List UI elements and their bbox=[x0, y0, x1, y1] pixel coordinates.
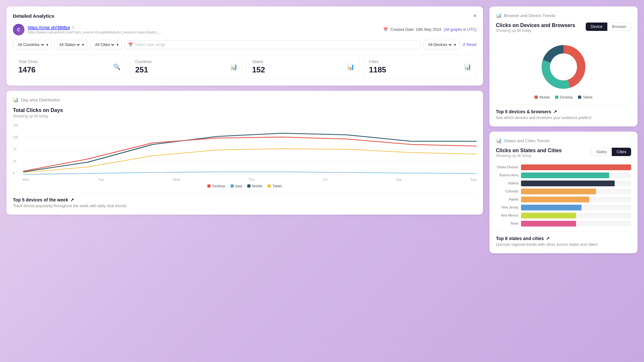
stat-total-clicks: Total Clicks 1476 🔍 bbox=[13, 55, 126, 79]
x-sat: Sat bbox=[396, 178, 402, 181]
states-cities-subtitle: Showing up till today bbox=[496, 153, 562, 158]
bar-label-2: Indiana bbox=[496, 181, 518, 185]
reset-button[interactable]: ↺ Reset bbox=[462, 42, 477, 47]
bar-row-5: New Jersey bbox=[496, 205, 631, 210]
tab-states[interactable]: States bbox=[591, 148, 612, 156]
bar-chart: Dhaka Division Buenos Aires Indiana bbox=[496, 164, 631, 227]
legend-label-ipad: Ipad bbox=[235, 184, 242, 188]
short-url-link[interactable]: https://cme.sh/38IBpI bbox=[28, 25, 70, 30]
states-filter[interactable]: All States ▾ bbox=[54, 40, 88, 50]
states-section-title: States and Cities Trends bbox=[504, 138, 550, 143]
bar-bg-6 bbox=[521, 213, 631, 218]
top-note-title-text: Top 5 devices & browsers bbox=[496, 109, 551, 114]
legend-dot-mobile bbox=[247, 184, 251, 188]
filters-row: All Countries ▾ All States ▾ All Cities … bbox=[13, 40, 477, 50]
bar-row-7: Texas bbox=[496, 221, 631, 227]
bar-bg-2 bbox=[521, 181, 631, 186]
legend-dot-tablet bbox=[268, 184, 271, 188]
close-button[interactable]: × bbox=[473, 13, 477, 19]
donut-chart-container: Mobile Desktop Tablet bbox=[496, 41, 631, 99]
x-wed: Wed bbox=[173, 178, 180, 181]
stat-value-3: 1185 bbox=[369, 65, 386, 74]
all-graphs-utc-link[interactable]: (All graphs in UTC) bbox=[444, 27, 477, 32]
legend-dot-desktop bbox=[207, 184, 211, 188]
stat-label-1: Countries bbox=[135, 60, 152, 64]
bar-fill-5 bbox=[521, 205, 582, 210]
bar-fill-4 bbox=[521, 197, 589, 202]
states-bottom-note: Top 8 states and cities ↗ Uncover region… bbox=[496, 231, 631, 247]
stat-countries: Countries 251 📊 bbox=[130, 55, 243, 79]
legend-label-tablet: Tablet bbox=[272, 184, 282, 188]
legend-tablet-item: Tablet bbox=[578, 95, 592, 99]
bar-row-2: Indiana bbox=[496, 181, 631, 186]
browser-device-title: Clicks on Devices and Browsers bbox=[496, 23, 575, 28]
label-mobile: Mobile bbox=[539, 95, 550, 99]
bottom-note: Top 5 devices of the week ↗ Track device… bbox=[13, 192, 477, 208]
chevron-down-icon: ▾ bbox=[454, 42, 456, 47]
bottom-note-title-text: Top 5 devices of the week bbox=[13, 197, 68, 202]
chevron-down-icon: ▾ bbox=[82, 42, 84, 47]
browser-icon: 📊 bbox=[496, 13, 501, 18]
reset-icon: ↺ bbox=[462, 42, 465, 47]
stat-label-0: Total Clicks bbox=[18, 60, 38, 64]
y-label-105: 105 bbox=[13, 135, 18, 139]
bar-bg-0 bbox=[521, 164, 631, 170]
bar-label-0: Dhaka Division bbox=[496, 165, 518, 169]
devices-select[interactable]: All Devices bbox=[427, 42, 453, 47]
states-note-title-text: Top 8 states and cities bbox=[496, 236, 544, 241]
bar-bg-3 bbox=[521, 189, 631, 194]
dot-desktop bbox=[555, 96, 558, 99]
tab-browser[interactable]: Browser bbox=[607, 23, 631, 31]
cities-filter[interactable]: All Cities ▾ bbox=[90, 40, 122, 50]
bar-label-1: Buenos Aires bbox=[496, 173, 518, 177]
bar-bg-1 bbox=[521, 172, 631, 178]
calendar-icon: 📅 bbox=[383, 27, 388, 32]
bar-bg-5 bbox=[521, 205, 631, 210]
chart-title: Total Clicks on Days bbox=[13, 107, 477, 113]
detailed-analytics-card: Detailed Analytics × C https://cme.sh/38… bbox=[6, 6, 483, 86]
devices-filter[interactable]: All Devices ▾ bbox=[423, 40, 459, 50]
top-note-text: See which devices and browsers your audi… bbox=[496, 116, 631, 120]
date-range-picker[interactable]: 📅 Select date range bbox=[125, 40, 421, 49]
line-chart-svg bbox=[23, 124, 477, 175]
y-axis-labels: 140 105 70 35 0 bbox=[13, 124, 18, 175]
bar-fill-3 bbox=[521, 189, 596, 194]
states-icon: 📊 bbox=[496, 138, 501, 143]
cities-select[interactable]: All Cities bbox=[94, 42, 115, 47]
countries-select[interactable]: All Countries bbox=[16, 42, 45, 47]
countries-filter[interactable]: All Countries ▾ bbox=[13, 40, 52, 50]
browser-device-subtitle: Showing up till today bbox=[496, 28, 575, 33]
bar-fill-2 bbox=[521, 181, 615, 186]
tab-cities[interactable]: Cities bbox=[612, 148, 631, 156]
trending-up-icon: ↗ bbox=[70, 197, 74, 202]
x-tue: Tue bbox=[98, 178, 104, 181]
bar-row-0: Dhaka Division bbox=[496, 164, 631, 170]
created-date: Created Date: 19th May 2024 bbox=[391, 27, 441, 32]
date-placeholder: Select date range bbox=[135, 42, 165, 47]
chart-legend: Desktop Ipad Mobile Tablet bbox=[13, 184, 477, 188]
y-label-140: 140 bbox=[13, 124, 18, 127]
bar-fill-7 bbox=[521, 221, 576, 227]
y-label-70: 70 bbox=[13, 148, 18, 151]
logo-letter: C bbox=[17, 27, 20, 32]
legend-tablet: Tablet bbox=[268, 184, 282, 188]
stat-value-1: 251 bbox=[135, 65, 152, 74]
bar-label-5: New Jersey bbox=[496, 206, 518, 209]
bar-bg-4 bbox=[521, 197, 631, 202]
bar-label-6: New Mexico bbox=[496, 214, 518, 218]
bar-fill-6 bbox=[521, 213, 576, 218]
stat-cities: Cities 1185 📊 bbox=[364, 55, 477, 79]
bar-chart-icon-2: 📊 bbox=[347, 63, 354, 70]
detailed-analytics-title: Detailed Analytics bbox=[13, 13, 54, 19]
tab-device[interactable]: Device bbox=[586, 23, 607, 31]
svg-point-8 bbox=[551, 55, 576, 79]
states-select[interactable]: All States bbox=[58, 42, 81, 47]
bar-row-1: Buenos Aires bbox=[496, 172, 631, 178]
day-wise-card: 📊 Day wise Distribution Total Clicks on … bbox=[6, 91, 483, 215]
copy-icon[interactable]: ⎘ bbox=[72, 25, 74, 30]
stat-label-2: States bbox=[252, 60, 265, 64]
distribution-icon: 📊 bbox=[13, 97, 18, 102]
bar-row-6: New Mexico bbox=[496, 213, 631, 218]
bar-chart-icon: 📊 bbox=[230, 63, 237, 70]
trending-up-icon-3: ↗ bbox=[546, 236, 550, 241]
